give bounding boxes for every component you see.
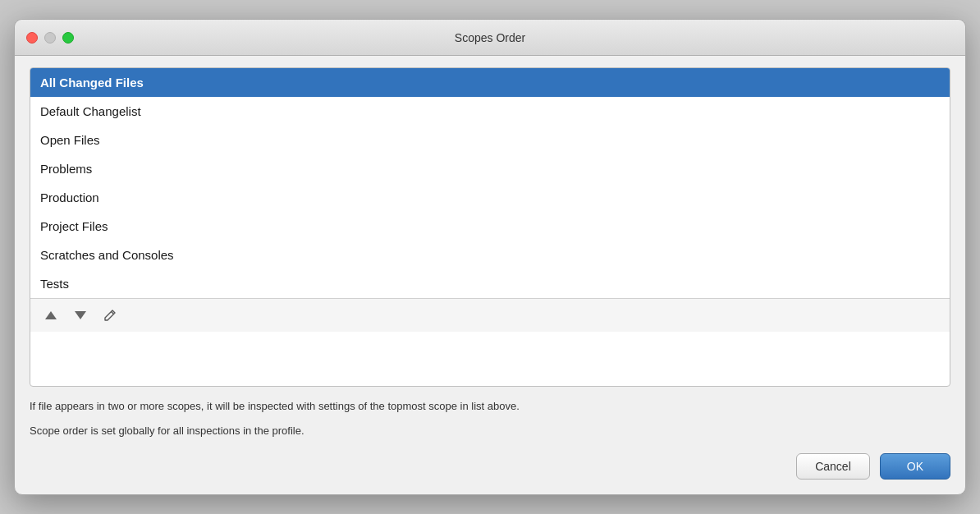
dialog-body: All Changed FilesDefault ChangelistOpen … — [15, 56, 965, 494]
move-down-button[interactable] — [68, 305, 93, 326]
minimize-button[interactable] — [44, 32, 56, 44]
info-line1: If file appears in two or more scopes, i… — [30, 398, 950, 415]
scope-list-item[interactable]: Tests — [30, 269, 950, 298]
close-button[interactable] — [26, 32, 38, 44]
title-bar: Scopes Order — [15, 20, 965, 56]
info-line2: Scope order is set globally for all insp… — [30, 423, 950, 439]
scope-list-item[interactable]: All Changed Files — [30, 68, 950, 97]
traffic-lights — [26, 32, 74, 44]
scope-list-item[interactable]: Project Files — [30, 212, 950, 241]
edit-button[interactable] — [98, 305, 122, 326]
scope-list-item[interactable]: Open Files — [30, 126, 950, 154]
scope-list-item[interactable]: Problems — [30, 154, 950, 183]
scope-list-item[interactable]: Scratches and Consoles — [30, 241, 950, 269]
ok-button[interactable]: OK — [880, 453, 950, 480]
button-row: Cancel OK — [30, 453, 950, 480]
scope-list: All Changed FilesDefault ChangelistOpen … — [30, 68, 950, 298]
scopes-list-container: All Changed FilesDefault ChangelistOpen … — [30, 67, 950, 387]
scope-list-item[interactable]: Production — [30, 183, 950, 212]
svg-marker-1 — [75, 311, 86, 319]
svg-marker-0 — [45, 311, 57, 319]
scope-list-item[interactable]: Default Changelist — [30, 97, 950, 126]
toolbar — [30, 298, 950, 332]
maximize-button[interactable] — [62, 32, 74, 44]
cancel-button[interactable]: Cancel — [796, 453, 870, 480]
dialog-title: Scopes Order — [455, 31, 525, 44]
scopes-order-dialog: Scopes Order All Changed FilesDefault Ch… — [14, 19, 966, 495]
move-up-button[interactable] — [39, 305, 63, 326]
